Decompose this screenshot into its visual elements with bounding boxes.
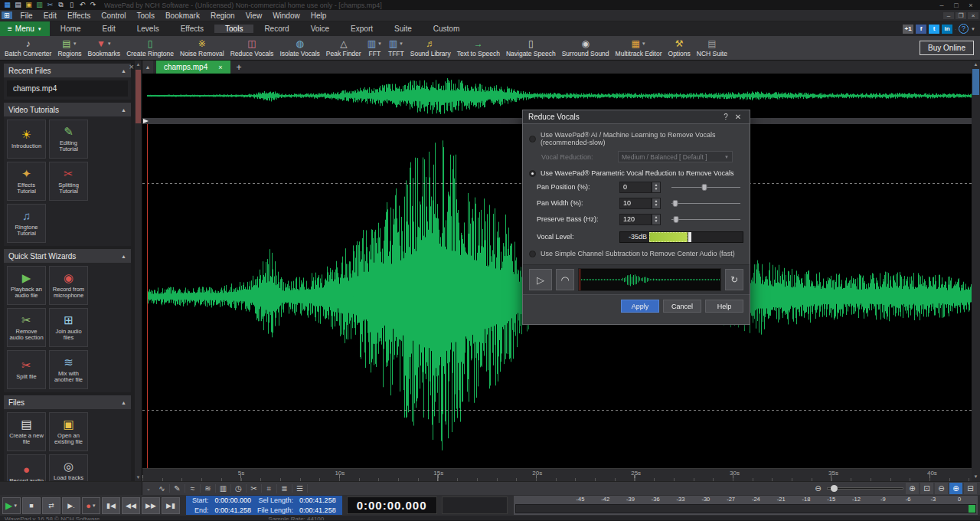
zoom-button[interactable]: ⊡ [920,483,933,494]
sidebar-tile[interactable]: ⊞ Join audio files [49,308,88,347]
maximize-icon[interactable]: □ [950,2,962,9]
slider-thumb[interactable] [702,184,707,191]
toolbar-button[interactable]: ▤ ▼ Regions [54,36,84,60]
transport-button[interactable]: ▶. ▼ [62,497,80,514]
sidebar-scrollbar[interactable]: ▲ ▼ [135,61,142,481]
quickbar-icon[interactable]: ▯ [67,2,76,8]
quickbar-icon[interactable]: ⧉ [57,2,65,8]
field-spinner[interactable]: ▲▼ [652,214,661,225]
close-icon[interactable]: × [965,2,977,9]
dialog-title-bar[interactable]: Reduce Vocals ? ✕ [523,110,750,124]
toolbar-button[interactable]: ▦ ▼ Multitrack Editor [612,36,665,60]
buy-online-button[interactable]: Buy Online [920,41,974,55]
sidebar-close-icon[interactable]: × [129,62,134,71]
help-button[interactable]: Help [705,300,743,313]
mini-tool-icon[interactable]: ◷ [231,484,247,493]
mini-tool-icon[interactable]: ⌗ [262,484,277,493]
sidebar-tile[interactable]: ✂ Remove audio section [7,308,46,347]
radio-parametric-label[interactable]: Use WavePad® Parametric Vocal Reduction … [541,169,733,177]
transport-button[interactable]: ◀◀ ▼ [122,497,140,514]
sidebar-tile[interactable]: ♫ Ringtone Tutorial [7,204,46,243]
recent-file-item[interactable]: champs.mp4 [7,80,128,97]
transport-button[interactable]: ⇄ ▼ [42,497,60,514]
chevron-up-icon[interactable]: ▲ [121,254,126,259]
zoom-button[interactable]: ⊟ [964,483,977,494]
transport-button[interactable]: ● ▼ [82,497,100,514]
help-icon[interactable]: ? [959,24,969,34]
toolbar-button[interactable]: → ▼ Text to Speech [454,36,503,60]
sidebar-tile[interactable]: ✦ Effects Tutorial [7,162,46,201]
ribbon-tab[interactable]: Export [340,25,384,33]
sidebar-tile[interactable]: ● Record audio [7,454,46,481]
toolbar-button[interactable]: ◉ ▼ Surround Sound [559,36,612,60]
quickbar-icon[interactable]: ▦ [3,2,11,8]
radio-ai-ml[interactable] [529,136,536,143]
ribbon-tab[interactable]: Tools [214,25,253,33]
chevron-down-icon[interactable]: ▼ [92,503,96,508]
apply-button[interactable]: Apply [621,300,659,313]
toolbar-button[interactable]: ▤ ▼ NCH Suite [694,36,730,60]
chevron-down-icon[interactable]: ▼ [73,41,77,46]
radio-ai-ml-label[interactable]: Use WavePad® AI / Machine Learning to Re… [541,131,743,146]
ribbon-tab[interactable]: Suite [384,25,423,33]
slider-thumb[interactable] [674,216,679,223]
menu-item[interactable]: Window [267,11,305,20]
minimize-icon[interactable]: – [936,2,948,9]
chevron-up-icon[interactable]: ▲ [121,107,126,113]
quickbar-icon[interactable]: ▣ [24,2,33,8]
vertical-scrollbar[interactable]: ▲ ▼ [972,61,980,481]
slider-thumb[interactable] [673,200,678,207]
field-spinner[interactable]: ▲▼ [652,198,661,209]
timeline-ruler[interactable]: 5s10s15s20s25s30s35s40s [142,468,972,481]
preview-waveform[interactable] [578,268,721,291]
menu-item[interactable]: Control [96,11,131,20]
chevron-down-icon[interactable]: ▼ [107,41,112,46]
transport-button[interactable]: ■ ▼ [22,497,41,514]
scroll-up-icon[interactable]: ▲ [136,61,141,68]
cancel-button[interactable]: Cancel [663,300,701,313]
chevron-down-icon[interactable]: ▼ [13,503,18,508]
file-tab[interactable]: champs.mp4 × [156,61,230,74]
zoom-slider[interactable] [827,487,903,490]
mini-tool-icon[interactable]: ∿ [155,484,170,493]
toolbar-button[interactable]: ▯ ▼ Navigate Speech [503,36,559,60]
menu-item[interactable]: Effects [62,11,96,20]
preview-loop-button[interactable]: ↻ [725,269,743,290]
scrollbar-thumb[interactable] [972,69,979,95]
sidebar-tile[interactable]: ▤ Create a new file [7,412,46,451]
collapse-sidebar-icon[interactable]: ▲ [142,61,153,74]
mini-tool-icon[interactable]: ≈ [185,484,201,493]
menu-item[interactable]: Help [305,11,332,20]
sidebar-tile[interactable]: ◉ Record from microphone [49,266,88,305]
quickbar-icon[interactable]: ↶ [78,2,87,8]
menu-item[interactable]: Bookmark [160,11,205,20]
mini-tool-icon[interactable]: ≣ [277,484,292,493]
chevron-down-icon[interactable]: ▼ [377,41,382,46]
chevron-up-icon[interactable]: ▲ [121,68,126,74]
menu-item[interactable]: Region [205,11,240,20]
section-header[interactable]: Recent Files ▲ [4,64,131,77]
field-spinner[interactable]: ▲▼ [652,182,661,193]
sidebar-tile[interactable]: ✂ Split file [7,350,46,389]
toolbar-button[interactable]: ◍ ▼ Isolate Vocals [276,36,322,60]
social-icon[interactable]: +1 [903,25,913,34]
social-icon[interactable]: t [929,25,939,34]
dialog-help-icon[interactable]: ? [720,113,732,121]
ribbon-tab[interactable]: Voice [300,25,340,33]
toolbar-button[interactable]: ▥ ▼ TFFT [385,36,407,60]
chevron-down-icon[interactable]: ▼ [642,41,646,46]
ribbon-tab[interactable]: Levels [126,25,170,33]
section-header[interactable]: Quick Start Wizards ▲ [4,249,131,263]
field-slider[interactable] [671,214,740,225]
preview-monitor-button[interactable]: ◠ [556,269,574,290]
toolbar-button[interactable]: ◫ ▼ Reduce Vocals [227,36,277,60]
mini-tool-icon[interactable]: ✎ [170,484,185,493]
menu-item[interactable]: Tools [132,11,160,20]
field-input[interactable]: 120 [619,214,652,225]
radio-parametric[interactable] [529,170,536,177]
preview-play-button[interactable]: ▷ [529,269,552,290]
toolbar-button[interactable]: ▼ ▼ Bookmarks [85,36,124,60]
menu-item[interactable]: File [15,11,38,20]
toolbar-button[interactable]: ⚒ ▼ Options [665,36,694,60]
mdi-restore-icon[interactable]: ❐ [956,12,966,19]
